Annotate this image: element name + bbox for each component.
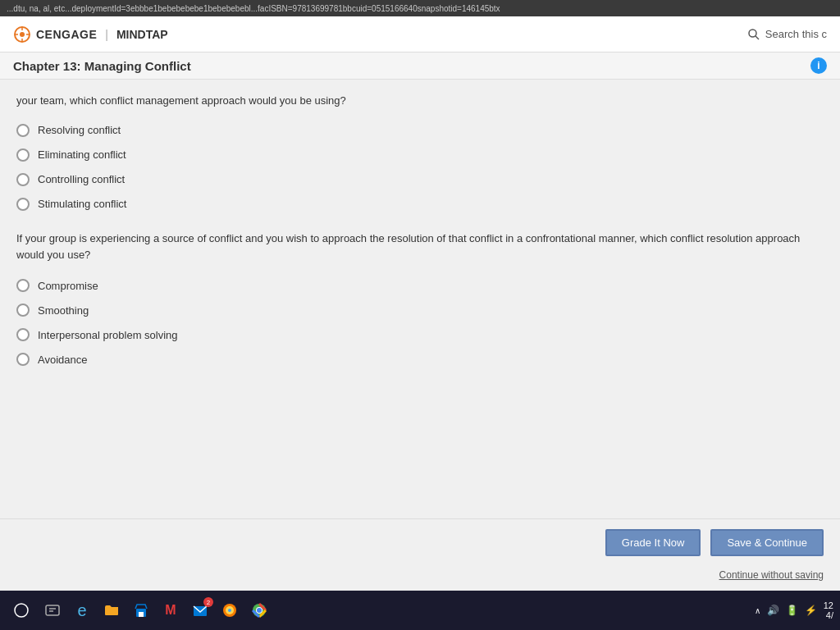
taskbar-time: 12 4/	[824, 600, 833, 620]
taskbar-search-svg	[44, 602, 61, 619]
q1-option-2[interactable]: Eliminating conflict	[16, 148, 824, 162]
grade-now-button[interactable]: Grade It Now	[605, 529, 701, 556]
question1-text: your team, which conflict management app…	[16, 93, 824, 109]
chapter-bar: Chapter 13: Managing Conflict i	[0, 52, 840, 80]
q1-option-4[interactable]: Stimulating conflict	[16, 198, 824, 211]
taskbar-tray: ∧ 🔊 🔋 ⚡ 12 4/	[755, 600, 833, 620]
q2-radio-2[interactable]	[16, 304, 30, 317]
q2-label-1: Compromise	[38, 280, 98, 292]
taskbar-mail-icon[interactable]: 2	[187, 597, 213, 623]
mail-badge: 2	[203, 597, 213, 607]
browser-bar: ...dtu, na, al, etc...deploymentId=3ebbb…	[0, 0, 840, 16]
main-content: your team, which conflict management app…	[0, 80, 840, 518]
taskbar-search-icon[interactable]	[39, 597, 66, 623]
svg-point-1	[20, 32, 25, 37]
q1-radio-1[interactable]	[16, 124, 30, 137]
svg-point-6	[749, 30, 756, 37]
q2-label-2: Smoothing	[38, 304, 89, 317]
q1-option-1[interactable]: Resolving conflict	[16, 124, 824, 137]
svg-line-7	[756, 36, 759, 39]
firefox-svg	[221, 602, 238, 619]
q2-option-1[interactable]: Compromise	[16, 279, 824, 292]
taskbar: e M 2	[0, 591, 840, 630]
tray-chevron-icon[interactable]: ∧	[755, 606, 760, 615]
tray-battery-icon[interactable]: 🔋	[786, 605, 798, 616]
q2-option-2[interactable]: Smoothing	[16, 304, 824, 317]
mindtap-logo-text: MINDTAP	[116, 28, 168, 41]
question2-radio-group: Compromise Smoothing Interpersonal probl…	[16, 279, 824, 366]
cengage-logo-text: CENGAGE	[36, 28, 97, 41]
taskbar-folder-icon[interactable]	[98, 597, 125, 623]
taskbar-edge-icon[interactable]: e	[69, 597, 95, 623]
store-svg	[133, 602, 149, 619]
q1-label-2: Eliminating conflict	[38, 148, 126, 161]
search-icon	[747, 28, 760, 41]
search-label: Search this c	[765, 28, 827, 40]
q2-radio-1[interactable]	[16, 279, 30, 292]
save-continue-button[interactable]: Save & Continue	[710, 529, 824, 556]
q2-option-4[interactable]: Avoidance	[16, 353, 824, 366]
taskbar-firefox-icon[interactable]	[217, 597, 243, 623]
question1-radio-group: Resolving conflict Eliminating conflict …	[16, 124, 824, 211]
buttons-row: Grade It Now Save & Continue	[605, 529, 824, 556]
svg-point-8	[15, 604, 28, 617]
folder-svg	[103, 602, 120, 619]
taskbar-chrome-icon[interactable]	[246, 597, 272, 623]
taskbar-store-icon[interactable]	[128, 597, 154, 623]
q1-radio-4[interactable]	[16, 198, 30, 211]
tray-wifi-icon[interactable]: ⚡	[805, 605, 817, 616]
info-icon[interactable]: i	[810, 57, 827, 74]
windows-icon	[14, 603, 29, 618]
q1-radio-3[interactable]	[16, 173, 30, 186]
taskbar-antivirus-icon[interactable]: M	[158, 597, 184, 623]
q2-label-3: Interpersonal problem solving	[38, 329, 178, 341]
action-bar: Grade It Now Save & Continue Continue wi…	[0, 518, 840, 591]
logo-area: CENGAGE | MINDTAP	[13, 25, 168, 43]
question2-text: If your group is experiencing a source o…	[16, 231, 824, 265]
q2-label-4: Avoidance	[38, 354, 87, 366]
logo-divider: |	[105, 28, 108, 41]
tray-sound-icon[interactable]: 🔊	[767, 605, 779, 616]
search-area[interactable]: Search this c	[747, 28, 827, 41]
q1-radio-2[interactable]	[16, 148, 30, 162]
cengage-logo-icon	[13, 25, 31, 43]
svg-point-20	[257, 608, 262, 613]
svg-rect-9	[46, 605, 59, 615]
start-button[interactable]	[7, 596, 36, 625]
q1-label-1: Resolving conflict	[38, 124, 121, 136]
svg-rect-13	[139, 612, 144, 617]
q1-label-4: Stimulating conflict	[38, 198, 126, 210]
q1-label-3: Controlling conflict	[38, 173, 125, 185]
q2-option-3[interactable]: Interpersonal problem solving	[16, 328, 824, 341]
continue-without-saving-link[interactable]: Continue without saving	[719, 569, 824, 581]
q2-radio-4[interactable]	[16, 353, 30, 366]
q2-radio-3[interactable]	[16, 328, 30, 341]
app-header: CENGAGE | MINDTAP Search this c	[0, 16, 840, 52]
svg-point-17	[228, 609, 231, 612]
q1-option-3[interactable]: Controlling conflict	[16, 173, 824, 186]
chapter-title: Chapter 13: Managing Conflict	[13, 59, 191, 73]
chrome-svg	[251, 602, 267, 619]
browser-url: ...dtu, na, al, etc...deploymentId=3ebbb…	[7, 4, 833, 13]
